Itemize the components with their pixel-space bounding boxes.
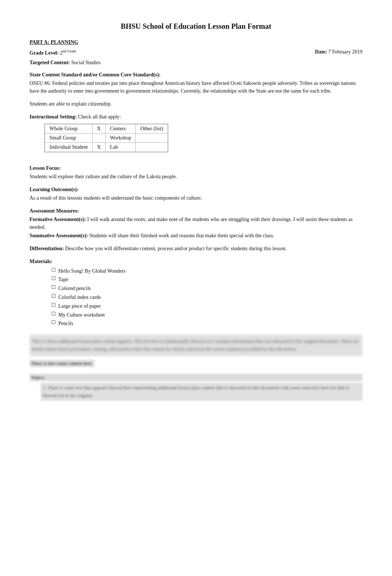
material-text: Large piece of paper [58,302,101,311]
differentiation-block: Differentiation: Describe how you will d… [30,245,362,252]
blurred-label: There is also some content here. [30,360,94,367]
learning-outcome-label: Learning Outcome(s): [30,187,79,192]
state-standard-label: State Content Standard and/or Common Cor… [30,72,161,77]
grade-suffix: nd Grade [62,49,76,53]
state-standard-block: State Content Standard and/or Common Cor… [30,71,362,95]
materials-label: Materials: [30,259,52,264]
date-value: 7 February 2019 [328,49,362,55]
blurred-section-1: This is where additional lesson plan con… [30,335,362,356]
list-item: Pencils [52,319,362,328]
bullet-icon [52,285,55,289]
summative-label: Summative Assessment(s): [30,233,88,238]
targeted-content-block: Targeted Content: Social Studies [30,60,362,66]
material-text: Hello Song! By Global Wonders [58,267,125,276]
setting-col4-1: Other (list) [136,124,168,133]
assessment-block: Assessment Measures: Formative Assessmen… [30,207,362,239]
list-item: Large piece of paper [52,302,362,311]
instructional-setting-note: Check all that apply: [78,114,121,120]
materials-list: Hello Song! By Global Wonders Tape Color… [52,267,362,328]
setting-check3: X [92,142,105,152]
table-row: Small Group Workshop [45,133,168,142]
blurred-subitem: 1. There is some text that appears blurr… [41,383,362,401]
summative-text: Students will share their finished work … [89,233,274,238]
setting-col1: Individual Student [45,142,93,152]
instructional-setting-block: Instructional Setting: Check all that ap… [30,113,362,159]
blurred-subheading: Topics: [30,374,362,381]
list-item: My Culture worksheet [52,311,362,320]
bullet-icon [52,268,55,272]
lesson-focus-block: Lesson Focus: Students will explore thei… [30,164,362,180]
formative-line: Formative Assessment(s): I will walk aro… [30,215,362,231]
list-item: Tape [52,275,362,284]
summative-line: Summative Assessment(s): Students will s… [30,232,362,239]
bullet-icon [52,294,55,298]
bullet-icon [52,312,55,315]
formative-label: Formative Assessment(s): [30,217,86,222]
document-page: BHSU School of Education Lesson Plan For… [0,0,392,576]
page-title: BHSU School of Education Lesson Plan For… [30,22,362,31]
setting-col3-2: Workshop [105,133,135,142]
citizenship-text: Students are able to explain citizenship… [30,100,362,108]
list-item: Colored pencils [52,284,362,293]
state-standard-text: OSEU #6: Federal policies and treaties p… [30,79,362,95]
list-item: Hello Song! By Global Wonders [52,267,362,276]
instructional-setting-label: Instructional Setting: [30,114,77,120]
differentiation-label: Differentiation: [30,246,64,251]
learning-outcome-text: As a result of this lessons students wil… [30,194,362,202]
grade-level-label: Grade Level: [30,50,59,56]
setting-check1: X [92,124,105,133]
setting-check2 [92,133,105,142]
material-text: Colored pencils [58,284,91,293]
learning-outcome-block: Learning Outcome(s): As a result of this… [30,186,362,202]
citizenship-block: Students are able to explain citizenship… [30,100,362,108]
assessment-label: Assessment Measures: [30,208,79,214]
setting-col1: Whole Group [45,124,93,133]
material-text: Tape [58,275,68,284]
materials-block: Materials: Hello Song! By Global Wonders… [30,258,362,328]
setting-col3-3: Lab [105,142,135,152]
blurred-heading-2: There is also some content here. [30,360,362,370]
lesson-focus-text: Students will explore their culture and … [30,173,362,180]
material-text: Pencils [58,319,73,328]
setting-col1: Small Group [45,133,93,142]
list-item: Colorful index cards [52,293,362,302]
table-row: Whole Group X Centers Other (list) [45,124,168,133]
setting-col3-1: Centers [105,124,135,133]
bullet-icon [52,276,55,280]
grade-level-value: 2nd Grade [60,50,76,56]
blurred-subitem-block: Topics: 1. There is some text that appea… [30,374,362,401]
setting-table: Whole Group X Centers Other (list) Small… [44,124,168,152]
part-a-label: PART A: PLANNING [30,39,362,45]
setting-col4-3 [136,142,168,152]
setting-col4-2 [136,133,168,142]
inst-settings-table: Whole Group X Centers Other (list) Small… [45,124,168,152]
differentiation-text: Describe how you will differentiate cont… [65,246,287,251]
bullet-icon [52,320,55,324]
date-field: Date: 7 February 2019 [315,49,362,56]
targeted-content-value: Social Studies [71,60,101,65]
table-row: Individual Student X Lab [45,142,168,152]
bullet-icon [52,303,55,307]
date-label: Date: [315,49,327,55]
material-text: My Culture worksheet [58,311,105,320]
targeted-content-label: Targeted Content: [30,60,70,65]
grade-level-field: Grade Level: 2nd Grade [30,49,76,56]
material-text: Colorful index cards [58,293,101,302]
lesson-focus-label: Lesson Focus: [30,165,61,171]
